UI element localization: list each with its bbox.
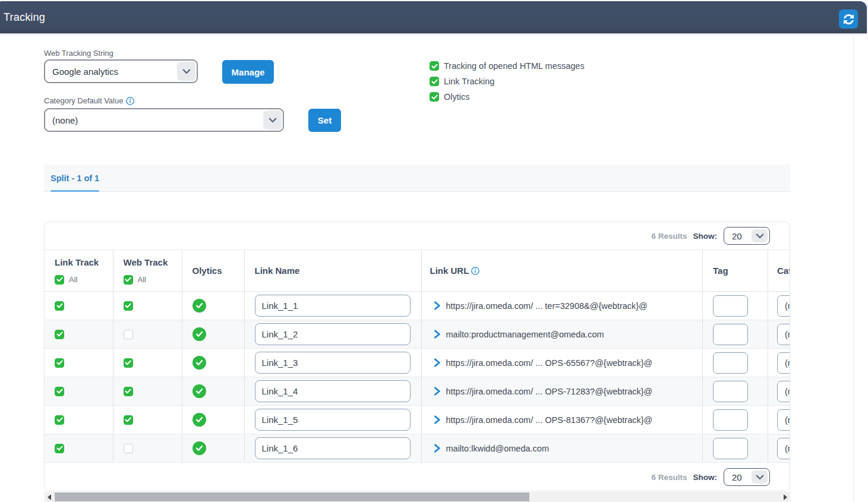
link-name-input[interactable] <box>255 437 411 459</box>
category-value: (none) <box>785 301 790 311</box>
scrollbar-thumb[interactable] <box>55 492 529 501</box>
expand-chevron-icon[interactable] <box>434 415 441 424</box>
manage-button[interactable]: Manage <box>222 60 274 84</box>
olytics-check-icon <box>192 299 206 312</box>
link-track-all-checkbox[interactable] <box>55 275 64 285</box>
link-url-cell: https://jira.omeda.com/ ... OPS-71283?@{… <box>422 377 703 405</box>
link-track-checkbox[interactable] <box>55 330 64 339</box>
web-track-checkbox[interactable] <box>124 415 133 425</box>
link-url-text: mailto:lkwidd@omeda.com <box>446 444 549 453</box>
category-select[interactable]: (none) <box>777 295 790 317</box>
web-track-checkbox[interactable] <box>124 387 133 396</box>
tab-split-1-of-1[interactable]: Split - 1 of 1 <box>50 165 99 191</box>
tag-cell <box>703 406 768 434</box>
chevron-down-icon <box>752 229 768 242</box>
expand-chevron-icon[interactable] <box>434 444 441 453</box>
link-url-cell: https://jira.omeda.com/ ... OPS-65567?@{… <box>422 349 703 377</box>
chevron-down-icon <box>177 62 195 81</box>
link-track-checkbox[interactable] <box>55 415 64 425</box>
link-track-checkbox[interactable] <box>55 387 64 396</box>
tag-input[interactable] <box>713 438 748 459</box>
horizontal-scrollbar[interactable] <box>44 492 790 502</box>
category-select[interactable]: (none) <box>777 352 790 374</box>
category-select[interactable]: (none) <box>777 324 790 345</box>
results-card: 6 Results Show: 20 Link Track All Web Tr… <box>44 222 790 491</box>
column-header-link-name: Link Name <box>245 250 422 291</box>
web-track-checkbox[interactable] <box>124 444 133 453</box>
expand-chevron-icon[interactable] <box>434 330 441 339</box>
table-row: mailto:lkwidd@omeda.com (none) <box>45 434 790 463</box>
category-select[interactable]: (none) <box>777 409 790 431</box>
tag-input[interactable] <box>713 381 748 402</box>
category-value: (none) <box>785 387 790 396</box>
page-size-value: 20 <box>732 472 742 482</box>
option-tracking-opened-html: Tracking of opened HTML messages <box>430 61 585 71</box>
link-track-checkbox[interactable] <box>55 444 64 453</box>
olytics-check-icon <box>192 384 206 398</box>
category-select[interactable]: (none) <box>777 438 790 459</box>
scroll-left-button[interactable] <box>44 492 54 502</box>
category-value: (none) <box>785 358 790 368</box>
tag-input[interactable] <box>713 409 748 431</box>
link-url-text: https://jira.omeda.com/ ... OPS-81367?@{… <box>446 415 653 425</box>
web-track-checkbox[interactable] <box>124 301 133 311</box>
link-url-text: https://jira.omeda.com/ ... ter=32908&@{… <box>446 301 648 311</box>
expand-chevron-icon[interactable] <box>434 301 441 310</box>
link-track-checkbox[interactable] <box>55 358 64 368</box>
option-olytics: Olytics <box>430 92 470 102</box>
olytics-check-icon <box>192 413 206 427</box>
option-label: Link Tracking <box>443 77 494 86</box>
table-body: https://jira.omeda.com/ ... ter=32908&@{… <box>45 292 790 463</box>
web-track-checkbox[interactable] <box>124 330 133 339</box>
tag-input[interactable] <box>713 324 748 345</box>
chevron-down-icon <box>752 471 768 484</box>
show-label: Show: <box>693 473 718 482</box>
web-track-checkbox[interactable] <box>124 358 133 368</box>
table-row: https://jira.omeda.com/ ... OPS-65567?@{… <box>45 349 790 377</box>
link-name-cell <box>245 320 422 348</box>
link-name-input[interactable] <box>255 380 411 402</box>
link-name-input[interactable] <box>255 295 411 317</box>
category-value: (none) <box>785 444 790 453</box>
web-tracking-string-label: Web Tracking String <box>44 49 113 58</box>
web-tracking-string-select[interactable]: Google analytics <box>44 59 198 83</box>
link-track-cell <box>45 406 113 434</box>
olytics-check-icon <box>192 441 206 455</box>
tag-input[interactable] <box>713 352 748 374</box>
category-cell: (none) <box>768 406 790 434</box>
link-name-input[interactable] <box>255 352 411 374</box>
results-toolbar-bottom: 6 Results Show: 20 <box>45 463 790 491</box>
link-track-checkbox[interactable] <box>55 301 64 311</box>
olytics-check-icon <box>192 327 206 341</box>
header-bar: Tracking <box>0 1 867 33</box>
link-name-input[interactable] <box>255 323 411 345</box>
category-default-value-select[interactable]: (none) <box>44 108 284 132</box>
link-name-cell <box>245 349 422 377</box>
scroll-left-icon <box>48 494 51 500</box>
web-track-cell <box>113 377 182 405</box>
link-url-text: https://jira.omeda.com/ ... OPS-71283?@{… <box>446 387 653 396</box>
tag-cell <box>703 320 768 348</box>
tag-input[interactable] <box>713 295 748 317</box>
category-cell: (none) <box>768 320 790 348</box>
category-select[interactable]: (none) <box>777 381 790 402</box>
scroll-right-button[interactable] <box>780 492 790 502</box>
results-count: 6 Results <box>651 232 687 241</box>
refresh-button[interactable] <box>839 10 858 29</box>
tracking-opened-html-checkbox[interactable] <box>430 61 439 71</box>
set-button[interactable]: Set <box>308 109 341 132</box>
link-name-input[interactable] <box>255 409 411 431</box>
page-size-select[interactable]: 20 <box>724 227 770 245</box>
olytics-checkbox[interactable] <box>430 92 439 102</box>
expand-chevron-icon[interactable] <box>434 358 441 367</box>
page-size-select[interactable]: 20 <box>724 468 770 486</box>
link-name-cell <box>245 406 422 434</box>
column-header-category: Category <box>768 250 790 291</box>
page-title: Tracking <box>4 1 45 33</box>
content-right-border <box>853 33 854 502</box>
option-label: Olytics <box>443 92 470 102</box>
expand-chevron-icon[interactable] <box>434 387 441 396</box>
web-track-all-checkbox[interactable] <box>124 275 133 285</box>
tag-cell <box>703 377 768 405</box>
link-tracking-checkbox[interactable] <box>430 77 439 86</box>
